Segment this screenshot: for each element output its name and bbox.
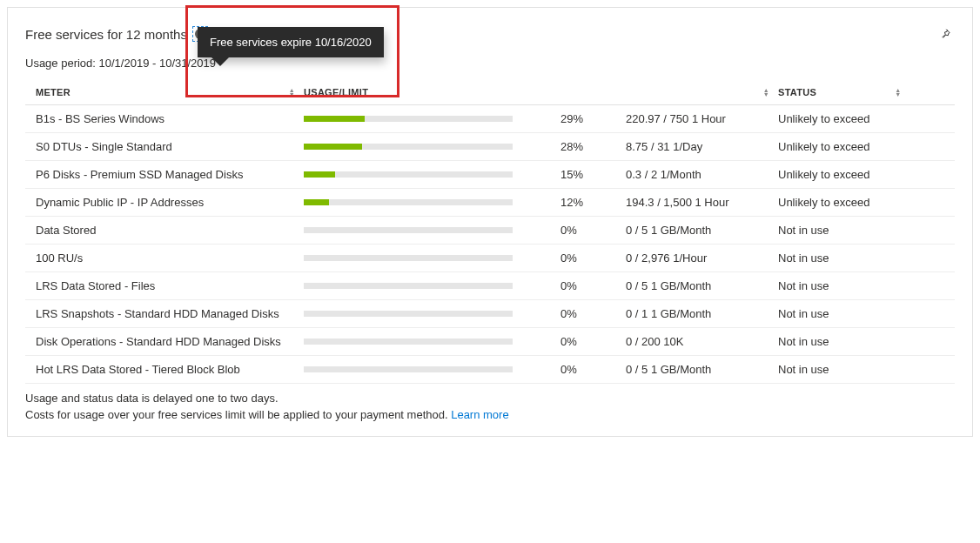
info-tooltip-text: Free services expire 10/16/2020 — [210, 36, 372, 49]
cell-usage-bar — [304, 283, 560, 289]
card-title: Free services for 12 months — [25, 27, 187, 42]
cell-usage-bar — [304, 144, 560, 150]
cell-usage-bar — [304, 199, 560, 205]
cell-pct: 28% — [560, 140, 626, 153]
sort-icon: ▲▼ — [289, 88, 295, 97]
info-tooltip: Free services expire 10/16/2020 — [198, 27, 384, 57]
cell-status: Not in use — [778, 363, 926, 376]
usage-table: Meter ▲▼ Usage/Limit ▲▼ Status ▲▼ B1s - … — [25, 80, 955, 384]
table-body[interactable]: B1s - BS Series Windows29%220.97 / 750 1… — [25, 105, 955, 384]
sort-icon: ▲▼ — [895, 88, 901, 97]
cell-meter: LRS Snapshots - Standard HDD Managed Dis… — [36, 307, 304, 320]
table-row[interactable]: P6 Disks - Premium SSD Managed Disks15%0… — [25, 161, 955, 189]
cell-meter: LRS Data Stored - Files — [36, 279, 304, 292]
cell-meter: Hot LRS Data Stored - Tiered Block Blob — [36, 363, 304, 376]
cell-limit: 0 / 1 1 GB/Month — [626, 307, 778, 320]
cell-limit: 194.3 / 1,500 1 Hour — [626, 196, 778, 209]
cell-meter: S0 DTUs - Single Standard — [36, 140, 304, 153]
footer-line2: Costs for usage over your free services … — [25, 408, 451, 421]
table-row[interactable]: S0 DTUs - Single Standard28%8.75 / 31 1/… — [25, 133, 955, 161]
cell-meter: Data Stored — [36, 224, 304, 237]
cell-pct: 29% — [560, 112, 626, 125]
cell-status: Unlikely to exceed — [778, 112, 926, 125]
cell-limit: 8.75 / 31 1/Day — [626, 140, 778, 153]
cell-pct: 0% — [560, 307, 626, 320]
cell-pct: 0% — [560, 363, 626, 376]
cell-status: Unlikely to exceed — [778, 168, 926, 181]
table-row[interactable]: 100 RU/s0%0 / 2,976 1/HourNot in use — [25, 245, 955, 272]
cell-limit: 220.97 / 750 1 Hour — [626, 112, 778, 125]
cell-usage-bar — [304, 116, 560, 122]
cell-pct: 0% — [560, 335, 626, 348]
cell-usage-bar — [304, 227, 560, 233]
col-header-meter-label: Meter — [36, 87, 70, 97]
col-header-limit[interactable]: ▲▼ — [626, 88, 778, 97]
cell-pct: 15% — [560, 168, 626, 181]
cell-meter: 100 RU/s — [36, 251, 304, 265]
cell-limit: 0.3 / 2 1/Month — [626, 168, 778, 181]
cell-meter: Disk Operations - Standard HDD Managed D… — [36, 335, 304, 348]
cell-status: Not in use — [778, 224, 926, 237]
free-services-card: Free services expire 10/16/2020 Free ser… — [7, 7, 973, 437]
cell-pct: 0% — [560, 224, 626, 237]
progress-fill — [304, 171, 335, 178]
col-header-status-label: Status — [778, 87, 816, 97]
col-header-usage-label: Usage/Limit — [304, 87, 368, 97]
col-header-usage[interactable]: Usage/Limit — [304, 87, 560, 97]
progress-track — [304, 116, 513, 122]
cell-limit: 0 / 5 1 GB/Month — [626, 363, 778, 376]
table-row[interactable]: LRS Snapshots - Standard HDD Managed Dis… — [25, 300, 955, 328]
cell-limit: 0 / 5 1 GB/Month — [626, 224, 778, 237]
cell-pct: 0% — [560, 251, 626, 265]
table-row[interactable]: LRS Data Stored - Files0%0 / 5 1 GB/Mont… — [25, 272, 955, 300]
progress-track — [304, 199, 513, 205]
progress-track — [304, 283, 513, 289]
cell-pct: 12% — [560, 196, 626, 209]
cell-usage-bar — [304, 339, 560, 345]
cell-pct: 0% — [560, 279, 626, 292]
col-header-meter[interactable]: Meter ▲▼ — [36, 87, 304, 97]
cell-meter: B1s - BS Series Windows — [36, 112, 304, 125]
cell-usage-bar — [304, 255, 560, 261]
cell-usage-bar — [304, 171, 560, 178]
learn-more-link[interactable]: Learn more — [451, 408, 508, 421]
cell-status: Unlikely to exceed — [778, 140, 926, 153]
cell-usage-bar — [304, 366, 560, 372]
cell-limit: 0 / 2,976 1/Hour — [626, 251, 778, 265]
cell-status: Not in use — [778, 307, 926, 320]
footer-line1: Usage and status data is delayed one to … — [25, 391, 955, 407]
card-title-left: Free services for 12 months i — [25, 26, 208, 42]
cell-limit: 0 / 5 1 GB/Month — [626, 279, 778, 292]
cell-status: Not in use — [778, 251, 926, 265]
cell-status: Not in use — [778, 279, 926, 292]
table-row[interactable]: Disk Operations - Standard HDD Managed D… — [25, 328, 955, 356]
cell-meter: P6 Disks - Premium SSD Managed Disks — [36, 168, 304, 181]
progress-fill — [304, 144, 362, 150]
pin-icon — [938, 28, 951, 41]
table-row[interactable]: B1s - BS Series Windows29%220.97 / 750 1… — [25, 105, 955, 133]
table-row[interactable]: Hot LRS Data Stored - Tiered Block Blob0… — [25, 356, 955, 384]
cell-status: Unlikely to exceed — [778, 196, 926, 209]
col-header-status[interactable]: Status ▲▼ — [778, 87, 926, 97]
progress-track — [304, 171, 513, 178]
card-title-row: Free services for 12 months i — [25, 23, 955, 44]
progress-track — [304, 255, 513, 261]
footer-line2-wrap: Costs for usage over your free services … — [25, 407, 955, 424]
usage-period-text: Usage period: 10/1/2019 - 10/31/2019 — [25, 57, 955, 70]
progress-track — [304, 311, 513, 317]
table-header-row: Meter ▲▼ Usage/Limit ▲▼ Status ▲▼ — [25, 80, 955, 105]
pin-button[interactable] — [934, 23, 955, 44]
progress-track — [304, 339, 513, 345]
footer-notes: Usage and status data is delayed one to … — [25, 391, 955, 424]
progress-fill — [304, 199, 329, 205]
progress-fill — [304, 116, 365, 122]
progress-track — [304, 144, 513, 150]
progress-track — [304, 227, 513, 233]
cell-status: Not in use — [778, 335, 926, 348]
table-row[interactable]: Dynamic Public IP - IP Addresses12%194.3… — [25, 189, 955, 217]
progress-track — [304, 366, 513, 372]
cell-meter: Dynamic Public IP - IP Addresses — [36, 196, 304, 209]
sort-icon: ▲▼ — [763, 88, 769, 97]
table-row[interactable]: Data Stored0%0 / 5 1 GB/MonthNot in use — [25, 217, 955, 245]
cell-limit: 0 / 200 10K — [626, 335, 778, 348]
